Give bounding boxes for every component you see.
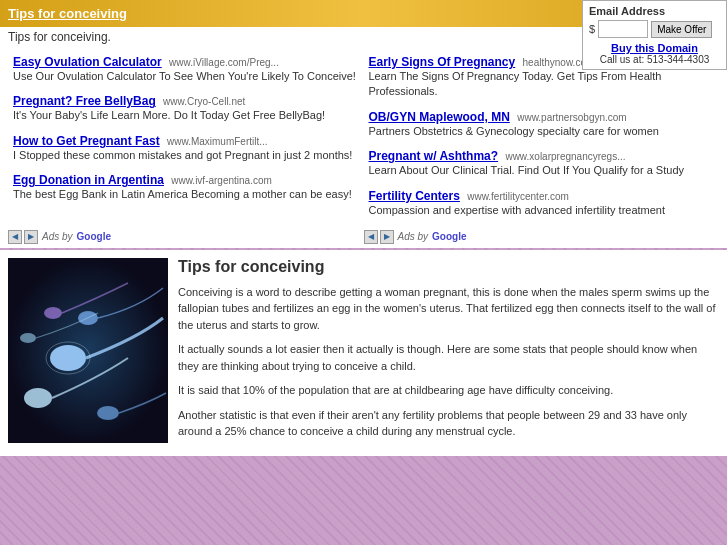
content-para-2: It actually sounds a lot easier then it … [178, 341, 719, 374]
ad-desc-2: It's Your Baby's Life Learn More. Do It … [13, 108, 359, 123]
content-title: Tips for conceiving [178, 258, 719, 276]
svg-point-2 [24, 388, 52, 408]
ads-right-column: Early Signs Of Pregnancy healthynow.com … [364, 55, 720, 228]
svg-point-4 [20, 333, 36, 343]
ad-desc-3: I Stopped these common mistakes and got … [13, 148, 359, 163]
email-label: Email Address [589, 5, 720, 17]
ad-item-6: OB/GYN Maplewood, MN www.partnersobgyn.c… [369, 110, 715, 139]
ad-desc-6: Partners Obstetrics & Gynecology special… [369, 124, 715, 139]
next-arrow-r[interactable]: ▶ [380, 230, 394, 244]
ads-by-text-left: Ads by [42, 231, 73, 242]
ads-google-right: ◀ ▶ Ads by Google [364, 230, 720, 244]
ads-google-left: ◀ ▶ Ads by Google [8, 230, 364, 244]
subheader-text: Tips for conceiving. [8, 30, 111, 44]
ads-footer: ◀ ▶ Ads by Google ◀ ▶ Ads by Google [0, 228, 727, 248]
content-section: Tips for conceiving Conceiving is a word… [0, 250, 727, 456]
ad-url-7: www.xolarpregnancyregs... [505, 151, 625, 162]
ad-title-1[interactable]: Easy Ovulation Calculator [13, 55, 162, 69]
ads-left-column: Easy Ovulation Calculator www.iVillage.c… [8, 55, 364, 228]
right-nav-arrows[interactable]: ◀ ▶ [364, 230, 394, 244]
ad-url-8: www.fertilitycenter.com [467, 191, 569, 202]
content-para-4: Another statistic is that even if their … [178, 407, 719, 440]
ad-title-4[interactable]: Egg Donation in Argentina [13, 173, 164, 187]
ad-desc-8: Compassion and expertise with advanced i… [369, 203, 715, 218]
ad-url-1: www.iVillage.com/Preg... [169, 57, 279, 68]
ad-title-3[interactable]: How to Get Pregnant Fast [13, 134, 160, 148]
ad-item-4: Egg Donation in Argentina www.ivf-argent… [13, 173, 359, 202]
ad-desc-7: Learn About Our Clinical Trial. Find Out… [369, 163, 715, 178]
ads-section: Easy Ovulation Calculator www.iVillage.c… [0, 47, 727, 228]
header-title: Tips for conceiving [8, 6, 127, 21]
ad-title-2[interactable]: Pregnant? Free BellyBag [13, 94, 156, 108]
content-image [8, 258, 168, 443]
make-offer-button[interactable]: Make Offer [651, 21, 712, 38]
content-para-1: Conceiving is a word to describe getting… [178, 284, 719, 334]
svg-point-5 [97, 406, 119, 420]
svg-point-1 [50, 345, 86, 371]
ad-title-5[interactable]: Early Signs Of Pregnancy [369, 55, 516, 69]
google-brand-left: Google [77, 231, 111, 242]
ads-by-text-right: Ads by [398, 231, 429, 242]
google-brand-right: Google [432, 231, 466, 242]
email-input[interactable] [598, 20, 648, 38]
ad-item-8: Fertility Centers www.fertilitycenter.co… [369, 189, 715, 218]
ad-url-2: www.Cryo-Cell.net [163, 96, 245, 107]
ad-item-1: Easy Ovulation Calculator www.iVillage.c… [13, 55, 359, 84]
ad-desc-1: Use Our Ovulation Calculator To See When… [13, 69, 359, 84]
dollar-sign: $ [589, 23, 595, 35]
ad-title-6[interactable]: OB/GYN Maplewood, MN [369, 110, 510, 124]
email-domain-panel: Email Address $ Make Offer Buy this Doma… [582, 0, 727, 70]
call-us-text: Call us at: 513-344-4303 [589, 54, 720, 65]
prev-arrow[interactable]: ◀ [8, 230, 22, 244]
next-arrow[interactable]: ▶ [24, 230, 38, 244]
svg-point-6 [44, 307, 62, 319]
left-nav-arrows[interactable]: ◀ ▶ [8, 230, 38, 244]
buy-domain-link[interactable]: Buy this Domain [589, 42, 720, 54]
ad-title-7[interactable]: Pregnant w/ Ashthma? [369, 149, 499, 163]
ad-url-3: www.MaximumFertilt... [167, 136, 268, 147]
content-text: Tips for conceiving Conceiving is a word… [178, 258, 719, 448]
ad-desc-5: Learn The Signs Of Pregnancy Today. Get … [369, 69, 715, 100]
content-para-3: It is said that 10% of the population th… [178, 382, 719, 399]
ad-url-6: www.partnersobgyn.com [517, 112, 627, 123]
prev-arrow-r[interactable]: ◀ [364, 230, 378, 244]
ad-desc-4: The best Egg Bank in Latin America Becom… [13, 187, 359, 202]
ad-title-8[interactable]: Fertility Centers [369, 189, 460, 203]
ad-url-4: www.ivf-argentina.com [171, 175, 272, 186]
ad-item-7: Pregnant w/ Ashthma? www.xolarpregnancyr… [369, 149, 715, 178]
ad-item-2: Pregnant? Free BellyBag www.Cryo-Cell.ne… [13, 94, 359, 123]
ad-item-3: How to Get Pregnant Fast www.MaximumFert… [13, 134, 359, 163]
